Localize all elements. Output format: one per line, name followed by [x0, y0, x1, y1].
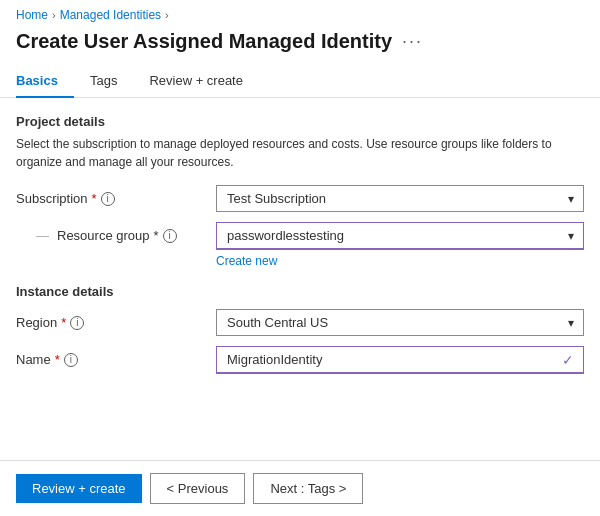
region-dropdown[interactable]: South Central US: [216, 309, 584, 336]
previous-button[interactable]: < Previous: [150, 473, 246, 504]
breadcrumb-chevron-1: ›: [52, 9, 56, 21]
name-check-icon: ✓: [562, 352, 574, 368]
resource-group-row: Resource group * i passwordlesstesting ▾…: [16, 222, 584, 268]
subscription-required: *: [92, 191, 97, 206]
breadcrumb-managed-identities[interactable]: Managed Identities: [60, 8, 161, 22]
subscription-label: Subscription * i: [16, 185, 216, 206]
subscription-info-icon[interactable]: i: [101, 192, 115, 206]
name-info-icon[interactable]: i: [64, 353, 78, 367]
instance-details-section: Instance details: [16, 284, 584, 299]
name-label: Name * i: [16, 346, 216, 367]
name-input-wrapper: ✓: [216, 346, 584, 374]
project-details-description: Select the subscription to manage deploy…: [16, 135, 576, 171]
tabs-bar: Basics Tags Review + create: [0, 65, 600, 98]
tab-review-create[interactable]: Review + create: [149, 65, 259, 98]
region-row: Region * i South Central US ▾: [16, 309, 584, 336]
more-options-button[interactable]: ···: [402, 31, 423, 52]
subscription-dropdown[interactable]: Test Subscription: [216, 185, 584, 212]
region-input: South Central US ▾: [216, 309, 584, 336]
resource-group-dropdown-wrapper: passwordlesstesting ▾: [216, 222, 584, 250]
resource-group-label: Resource group * i: [16, 222, 216, 243]
tab-tags[interactable]: Tags: [90, 65, 133, 98]
name-field-wrapper: ✓: [216, 346, 584, 374]
main-content: Project details Select the subscription …: [0, 98, 600, 400]
subscription-row: Subscription * i Test Subscription ▾: [16, 185, 584, 212]
resource-group-info-icon[interactable]: i: [163, 229, 177, 243]
footer: Review + create < Previous Next : Tags >: [0, 460, 600, 516]
name-row: Name * i ✓: [16, 346, 584, 374]
page-title: Create User Assigned Managed Identity: [16, 30, 392, 53]
breadcrumb-home[interactable]: Home: [16, 8, 48, 22]
next-button[interactable]: Next : Tags >: [253, 473, 363, 504]
page-header: Create User Assigned Managed Identity ··…: [0, 26, 600, 65]
resource-group-required: *: [154, 228, 159, 243]
name-required: *: [55, 352, 60, 367]
region-info-icon[interactable]: i: [70, 316, 84, 330]
review-create-button[interactable]: Review + create: [16, 474, 142, 503]
project-details-title: Project details: [16, 114, 584, 129]
region-label: Region * i: [16, 309, 216, 330]
region-required: *: [61, 315, 66, 330]
create-new-link[interactable]: Create new: [216, 254, 277, 268]
subscription-dropdown-wrapper: Test Subscription ▾: [216, 185, 584, 212]
instance-details-title: Instance details: [16, 284, 584, 299]
region-dropdown-wrapper: South Central US ▾: [216, 309, 584, 336]
resource-group-input: passwordlesstesting ▾ Create new: [216, 222, 584, 268]
resource-group-dropdown[interactable]: passwordlesstesting: [216, 222, 584, 250]
breadcrumb-chevron-2: ›: [165, 9, 169, 21]
tab-basics[interactable]: Basics: [16, 65, 74, 98]
breadcrumb: Home › Managed Identities ›: [0, 0, 600, 26]
subscription-input: Test Subscription ▾: [216, 185, 584, 212]
name-input[interactable]: [216, 346, 584, 374]
